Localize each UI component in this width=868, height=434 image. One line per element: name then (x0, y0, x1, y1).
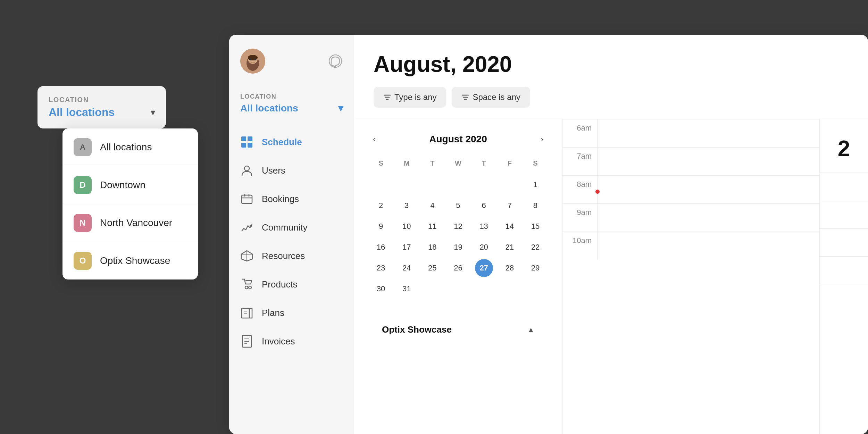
cal-day-24[interactable]: 24 (398, 259, 416, 277)
svg-point-4 (250, 58, 251, 60)
sidebar-location[interactable]: LOCATION All locations ▾ (229, 85, 354, 125)
cal-day-25[interactable]: 25 (423, 259, 441, 277)
type-filter-button[interactable]: Type is any (374, 87, 446, 108)
menu-item-all-locations[interactable]: A All locations (62, 128, 198, 166)
cal-header-th: T (471, 157, 497, 174)
cal-day-31[interactable]: 31 (398, 280, 416, 298)
filter-icon-2 (461, 93, 469, 101)
bookings-icon (240, 192, 253, 206)
cal-day-3[interactable]: 3 (398, 197, 416, 215)
cal-day-2[interactable]: 2 (372, 197, 390, 215)
cal-header-w: W (445, 157, 471, 174)
cal-day-7[interactable]: 7 (501, 197, 519, 215)
time-label-8am: 8am (562, 176, 597, 193)
calendar-panel: ‹ August 2020 › S M T W T F S (354, 119, 562, 434)
cal-day-30[interactable]: 30 (372, 280, 390, 298)
sidebar-header (229, 35, 354, 85)
time-content-7am (597, 148, 819, 175)
location-dropdown-value[interactable]: All locations ▾ (49, 106, 155, 119)
location-dropdown-trigger[interactable]: LOCATION All locations ▾ (37, 86, 166, 128)
right-partial-header: 2 (820, 119, 868, 173)
time-row-8am: 8am (562, 175, 819, 203)
cal-day-15[interactable]: 15 (526, 217, 544, 235)
right-time-9am (820, 256, 868, 284)
filter-icon (383, 93, 391, 101)
sidebar-item-resources[interactable]: Resources (229, 242, 354, 270)
cal-day-11[interactable]: 11 (423, 217, 441, 235)
menu-item-optix-showcase[interactable]: O Optix Showcase (62, 242, 198, 279)
cal-day-1[interactable]: 1 (526, 176, 544, 194)
sidebar-item-label-resources: Resources (262, 251, 305, 261)
cal-day-12[interactable]: 12 (449, 217, 467, 235)
cal-day-10[interactable]: 10 (398, 217, 416, 235)
menu-item-north-vancouver[interactable]: N North Vancouver (62, 204, 198, 242)
sidebar-location-label: LOCATION (240, 93, 343, 100)
optix-section: Optix Showcase ▲ (368, 313, 548, 335)
sidebar-item-community[interactable]: Community (229, 213, 354, 242)
svg-rect-12 (242, 195, 252, 203)
content-body: ‹ August 2020 › S M T W T F S (354, 119, 868, 434)
cal-empty-2 (398, 176, 416, 194)
cal-day-21[interactable]: 21 (501, 238, 519, 256)
filter-bar: Type is any Space is any (374, 87, 849, 108)
svg-point-3 (248, 55, 258, 60)
time-row-7am: 7am (562, 147, 819, 175)
cal-day-29[interactable]: 29 (526, 259, 544, 277)
menu-item-downtown[interactable]: D Downtown (62, 166, 198, 204)
cal-day-18[interactable]: 18 (423, 238, 441, 256)
menu-item-label-all: All locations (100, 142, 152, 153)
calendar-month-label: August 2020 (429, 134, 487, 145)
content-header: August, 2020 Type is any (354, 35, 868, 119)
calendar-next-button[interactable]: › (536, 133, 548, 145)
cal-day-28[interactable]: 28 (501, 259, 519, 277)
menu-item-label-north-van: North Vancouver (100, 217, 172, 228)
cal-day-5[interactable]: 5 (449, 197, 467, 215)
cal-day-23[interactable]: 23 (372, 259, 390, 277)
avatar[interactable] (240, 49, 265, 74)
cal-day-26[interactable]: 26 (449, 259, 467, 277)
sidebar-item-bookings[interactable]: Bookings (229, 185, 354, 213)
time-label-7am: 7am (562, 148, 597, 165)
resources-icon (240, 249, 253, 262)
sidebar-item-invoices[interactable]: Invoices (229, 327, 354, 356)
optix-title[interactable]: Optix Showcase ▲ (382, 324, 534, 335)
sidebar-item-plans[interactable]: Plans (229, 299, 354, 327)
users-icon (240, 164, 253, 177)
sidebar-item-products[interactable]: Products (229, 270, 354, 299)
right-partial-times (820, 173, 868, 434)
sidebar-item-users[interactable]: Users (229, 156, 354, 185)
cal-day-14[interactable]: 14 (501, 217, 519, 235)
schedule-icon (240, 135, 253, 149)
cal-day-9[interactable]: 9 (372, 217, 390, 235)
cal-day-17[interactable]: 17 (398, 238, 416, 256)
cal-day-16[interactable]: 16 (372, 238, 390, 256)
calendar-prev-button[interactable]: ‹ (368, 133, 381, 145)
cal-empty-4 (449, 176, 467, 194)
plans-icon (240, 306, 253, 319)
svg-rect-8 (248, 136, 252, 141)
cal-day-6[interactable]: 6 (475, 197, 493, 215)
cal-header-t: T (419, 157, 445, 174)
cal-day-22[interactable]: 22 (526, 238, 544, 256)
svg-rect-10 (248, 143, 252, 148)
user-avatar-image (240, 49, 265, 74)
cal-day-27[interactable]: 27 (475, 259, 493, 277)
cal-header-f: F (497, 157, 523, 174)
sidebar-location-value[interactable]: All locations ▾ (240, 102, 343, 114)
space-filter-button[interactable]: Space is any (452, 87, 530, 108)
cal-day-19[interactable]: 19 (449, 238, 467, 256)
sidebar-chevron-icon: ▾ (338, 102, 343, 114)
cal-day-20[interactable]: 20 (475, 238, 493, 256)
sidebar-item-schedule[interactable]: Schedule (229, 128, 354, 156)
svg-rect-7 (241, 136, 246, 141)
cal-day-4[interactable]: 4 (423, 197, 441, 215)
main-panel: LOCATION All locations ▾ Schedule (229, 35, 868, 434)
sidebar-item-label-invoices: Invoices (262, 336, 295, 347)
svg-point-11 (244, 166, 249, 171)
content-area: August, 2020 Type is any (354, 35, 868, 434)
chat-icon[interactable] (328, 53, 343, 69)
cal-day-13[interactable]: 13 (475, 217, 493, 235)
cal-day-8[interactable]: 8 (526, 197, 544, 215)
right-time-10am (820, 284, 868, 312)
cal-empty-5 (475, 176, 493, 194)
